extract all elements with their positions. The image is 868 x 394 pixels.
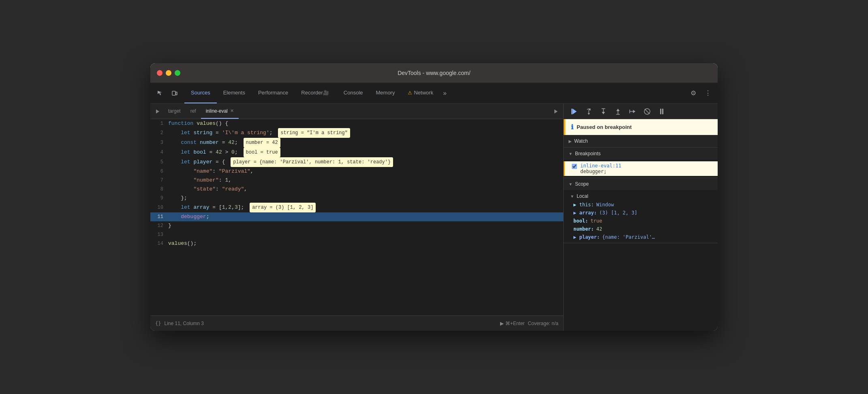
window-title: DevTools - www.google.com/ <box>398 70 470 76</box>
code-line-4: 4 let bool = 42 > 0; bool = true <box>150 148 563 157</box>
watch-section-header[interactable]: ▶ Watch <box>564 135 718 147</box>
tab-sources[interactable]: Sources <box>184 83 217 103</box>
code-line-9: 9 }; <box>150 194 563 203</box>
scope-item-array[interactable]: ▶ array: (3) [1, 2, 3] <box>564 209 718 217</box>
run-label: ⌘+Enter <box>505 321 525 326</box>
step-over-button[interactable] <box>583 106 594 117</box>
tab-elements[interactable]: Elements <box>217 83 252 103</box>
svg-marker-8 <box>588 113 590 115</box>
tabbar-left-icons <box>154 87 181 100</box>
step-button[interactable] <box>627 106 638 117</box>
tab-network[interactable]: ⚠ Network <box>401 83 440 103</box>
tab-recorder[interactable]: Recorder 🎥 <box>295 83 337 103</box>
settings-icon[interactable]: ⚙ <box>687 87 700 100</box>
svg-rect-21 <box>662 109 663 114</box>
watch-section: ▶ Watch <box>564 135 718 148</box>
breakpoints-label: Breakpoints <box>575 151 601 156</box>
step-out-button[interactable] <box>612 106 624 117</box>
code-editor[interactable]: 1 function values() { 2 let string = 'I\… <box>150 119 563 315</box>
statusbar-right: ▶ ⌘+Enter Coverage: n/a <box>500 321 558 326</box>
play-icon: ▶ <box>500 321 504 326</box>
watch-label: Watch <box>574 138 588 144</box>
format-icon[interactable]: {} <box>155 321 161 326</box>
more-options-icon[interactable]: ⋮ <box>701 87 714 100</box>
svg-marker-3 <box>554 109 558 113</box>
svg-marker-4 <box>573 109 577 114</box>
svg-rect-1 <box>176 92 177 95</box>
breakpoints-section: ▼ Breakpoints inline-eval:11 debugger; <box>564 148 718 178</box>
svg-marker-2 <box>156 109 159 113</box>
code-line-14: 14 values(); <box>150 239 563 248</box>
step-into-button[interactable] <box>598 106 609 117</box>
file-tab-end-icon[interactable] <box>550 106 562 117</box>
maximize-button[interactable] <box>175 70 180 76</box>
tabbar: Sources Elements Performance Recorder 🎥 … <box>150 83 718 104</box>
scope-arrow-icon: ▼ <box>569 182 573 186</box>
breakpoints-section-header[interactable]: ▼ Breakpoints <box>564 148 718 160</box>
statusbar: {} Line 11, Column 3 ▶ ⌘+Enter Coverage:… <box>150 315 563 331</box>
tab-console[interactable]: Console <box>337 83 370 103</box>
breakpoints-content: inline-eval:11 debugger; <box>564 160 718 178</box>
file-tabs: target ref inline-eval ✕ <box>150 104 563 119</box>
scope-item-bool[interactable]: bool: true <box>564 217 718 225</box>
info-icon: ℹ <box>571 123 573 131</box>
code-line-11: 11 debugger; <box>150 212 563 221</box>
main-area: target ref inline-eval ✕ <box>150 104 718 331</box>
network-warning-icon: ⚠ <box>408 90 412 96</box>
code-line-6: 6 "name": "Parzival", <box>150 167 563 176</box>
code-line-5: 5 let player = { player = {name: 'Parziv… <box>150 157 563 167</box>
close-button[interactable] <box>157 70 162 76</box>
breakpoint-subtitle: debugger; <box>580 169 713 174</box>
position-label: Line 11, Column 3 <box>164 321 203 326</box>
paused-banner: ℹ Paused on breakpoint <box>564 119 718 135</box>
inspect-element-icon[interactable] <box>154 87 167 100</box>
svg-rect-5 <box>571 109 573 114</box>
tabbar-right-icons: ⚙ ⋮ <box>687 87 714 100</box>
breakpoint-title: inline-eval:11 <box>580 163 713 169</box>
device-toggle-icon[interactable] <box>168 87 181 100</box>
svg-rect-20 <box>660 109 661 114</box>
run-button[interactable]: ▶ ⌘+Enter <box>500 321 525 326</box>
code-line-3: 3 const number = 42; number = 42 <box>150 138 563 148</box>
breakpoints-arrow-icon: ▼ <box>569 152 573 156</box>
tab-performance[interactable]: Performance <box>252 83 295 103</box>
statusbar-left: {} Line 11, Column 3 <box>155 321 204 326</box>
right-panel: ℹ Paused on breakpoint ▶ Watch ▼ Breakpo… <box>564 104 718 331</box>
more-tabs-button[interactable]: » <box>440 90 450 97</box>
scope-item-number[interactable]: number: 42 <box>564 225 718 233</box>
file-tab-target[interactable]: target <box>163 104 186 119</box>
svg-marker-10 <box>602 112 605 114</box>
file-tab-close-icon[interactable]: ✕ <box>230 108 234 113</box>
file-tab-inline-eval[interactable]: inline-eval ✕ <box>201 104 239 119</box>
scope-local-label: Local <box>577 193 588 199</box>
coverage-label: Coverage: n/a <box>528 321 558 326</box>
code-line-10: 10 let array = [1,2,3]; array = (3) [1, … <box>150 203 563 212</box>
recorder-icon: 🎥 <box>323 90 329 96</box>
scope-label: Scope <box>575 181 589 187</box>
svg-marker-13 <box>616 109 620 111</box>
scope-section: ▼ Scope ▼ Local ▶ this: Window ▶ a <box>564 178 718 243</box>
scope-item-this[interactable]: ▶ this: Window <box>564 201 718 209</box>
resume-button[interactable] <box>569 106 580 117</box>
scope-item-player[interactable]: ▶ player: {name: 'Parzival'… <box>564 233 718 241</box>
breakpoint-checkbox[interactable] <box>572 164 577 169</box>
code-line-2: 2 let string = 'I\'m a string'; string =… <box>150 128 563 138</box>
file-tab-nav-icon[interactable] <box>152 106 163 117</box>
minimize-button[interactable] <box>166 70 171 76</box>
svg-rect-0 <box>172 91 175 95</box>
watch-arrow-icon: ▶ <box>569 139 572 143</box>
scope-content: ▼ Local ▶ this: Window ▶ array: (3) [1, … <box>564 190 718 243</box>
svg-marker-16 <box>633 110 635 113</box>
code-line-1: 1 function values() { <box>150 119 563 128</box>
paused-text: Paused on breakpoint <box>577 124 632 130</box>
file-tab-ref[interactable]: ref <box>186 104 201 119</box>
tab-memory[interactable]: Memory <box>370 83 402 103</box>
deactivate-breakpoints-button[interactable] <box>641 106 653 117</box>
scope-section-header[interactable]: ▼ Scope <box>564 178 718 190</box>
pause-exceptions-button[interactable] <box>656 106 667 117</box>
titlebar: DevTools - www.google.com/ <box>150 63 718 83</box>
left-panel: target ref inline-eval ✕ <box>150 104 564 331</box>
scope-local-header[interactable]: ▼ Local <box>564 192 718 201</box>
debug-toolbar <box>564 104 718 119</box>
devtools-window: DevTools - www.google.com/ Sources Eleme <box>150 63 718 331</box>
